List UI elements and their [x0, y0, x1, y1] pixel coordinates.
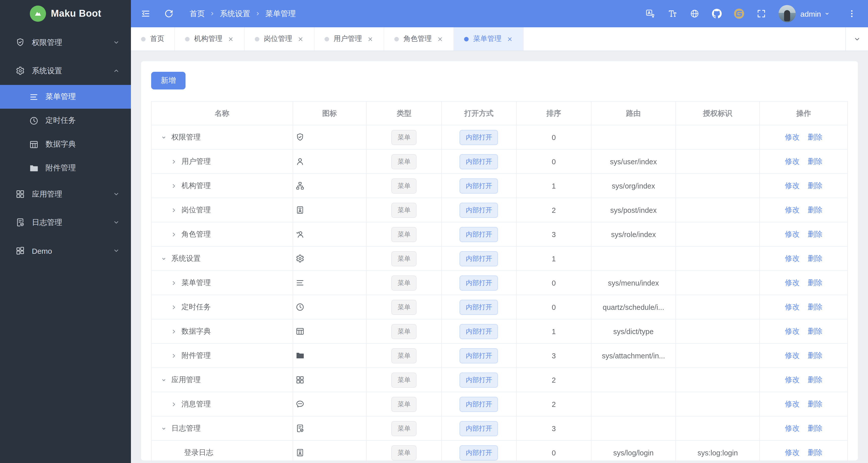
collapse-arrow-icon[interactable]: [160, 376, 167, 383]
type-tag: 菜单: [392, 251, 417, 266]
gitee-icon[interactable]: [728, 0, 750, 27]
tabs-more-chevron-icon[interactable]: [845, 27, 868, 51]
collapse-arrow-icon[interactable]: [160, 255, 167, 262]
content-card: 新增 名称图标类型打开方式排序路由授权标识操作 权限管理菜单内部打开0修改删除用…: [141, 61, 858, 460]
collapse-arrow-icon[interactable]: [160, 425, 167, 432]
sidebar-item-1[interactable]: 权限管理: [0, 28, 131, 57]
cell-name: 应用管理: [151, 368, 293, 392]
row-name: 菜单管理: [182, 278, 211, 288]
expand-arrow-icon[interactable]: [170, 304, 178, 311]
refresh-icon[interactable]: [157, 0, 181, 27]
expand-arrow-icon[interactable]: [170, 401, 178, 408]
edit-link[interactable]: 修改: [785, 181, 800, 189]
fontsize-icon[interactable]: [661, 0, 683, 27]
cell-type: 菜单: [367, 174, 442, 198]
tab-岗位管理[interactable]: 岗位管理: [245, 27, 314, 51]
delete-link[interactable]: 删除: [808, 181, 822, 189]
cell-open-mode: 内部打开: [442, 392, 516, 416]
shield-icon: [15, 37, 25, 48]
name-wrap: 数据字典: [152, 327, 292, 336]
more-kebab-icon[interactable]: [841, 0, 863, 27]
breadcrumb-item[interactable]: 系统设置: [220, 9, 250, 19]
expand-arrow-icon[interactable]: [170, 279, 178, 286]
tab-机构管理[interactable]: 机构管理: [175, 27, 245, 51]
edit-link[interactable]: 修改: [785, 375, 800, 383]
avatar[interactable]: [778, 5, 796, 22]
delete-link[interactable]: 删除: [808, 133, 822, 141]
expand-arrow-icon[interactable]: [170, 207, 178, 214]
sidebar-item-2[interactable]: 系统设置: [0, 57, 131, 85]
cell-route: [591, 392, 675, 416]
delete-link[interactable]: 删除: [808, 278, 822, 286]
name-wrap: 消息管理: [152, 399, 292, 409]
tab-close-icon[interactable]: [297, 36, 304, 42]
fullscreen-icon[interactable]: [750, 0, 772, 27]
delete-link[interactable]: 删除: [808, 375, 822, 383]
tab-菜单管理[interactable]: 菜单管理: [454, 27, 524, 51]
collapse-arrow-icon[interactable]: [160, 134, 167, 141]
tab-close-icon[interactable]: [367, 36, 374, 42]
cell-type: 菜单: [367, 368, 442, 392]
folder-icon: [29, 163, 39, 173]
edit-link[interactable]: 修改: [785, 448, 800, 456]
tab-用户管理[interactable]: 用户管理: [314, 27, 384, 51]
delete-link[interactable]: 删除: [808, 424, 822, 432]
open-mode-tag: 内部打开: [460, 154, 498, 169]
sidebar-item-4[interactable]: 日志管理: [0, 208, 131, 237]
tab-close-icon[interactable]: [506, 36, 513, 42]
breadcrumb-item[interactable]: 首页: [190, 9, 205, 19]
edit-link[interactable]: 修改: [785, 303, 800, 311]
tab-close-icon[interactable]: [437, 36, 443, 42]
expand-arrow-icon[interactable]: [170, 328, 178, 335]
add-button[interactable]: 新增: [151, 72, 186, 90]
cell-route: sys/post/index: [591, 198, 675, 222]
sidebar-subitem-数据字典[interactable]: 数据字典: [0, 132, 131, 156]
grid-icon: [295, 375, 305, 385]
sidebar-fold-icon[interactable]: [134, 0, 157, 27]
edit-link[interactable]: 修改: [785, 400, 800, 408]
navbar-actions: admin: [639, 0, 863, 27]
sidebar-item-3[interactable]: 应用管理: [0, 180, 131, 208]
row-name: 应用管理: [172, 375, 201, 385]
sidebar-subitem-附件管理[interactable]: 附件管理: [0, 156, 131, 180]
sidebar-item-5[interactable]: Demo: [0, 237, 131, 265]
delete-link[interactable]: 删除: [808, 254, 822, 262]
tab-close-icon[interactable]: [227, 36, 234, 42]
edit-link[interactable]: 修改: [785, 327, 800, 335]
delete-link[interactable]: 删除: [808, 351, 822, 359]
breadcrumb-item: 菜单管理: [266, 9, 296, 19]
delete-link[interactable]: 删除: [808, 230, 822, 238]
cell-name: 岗位管理: [151, 198, 293, 222]
edit-link[interactable]: 修改: [785, 254, 800, 262]
delete-link[interactable]: 删除: [808, 327, 822, 335]
edit-link[interactable]: 修改: [785, 424, 800, 432]
delete-link[interactable]: 删除: [808, 303, 822, 311]
delete-link[interactable]: 删除: [808, 448, 822, 456]
expand-arrow-icon[interactable]: [170, 182, 178, 189]
sidebar-subitem-菜单管理[interactable]: 菜单管理: [0, 85, 131, 109]
edit-link[interactable]: 修改: [785, 133, 800, 141]
delete-link[interactable]: 删除: [808, 206, 822, 214]
tab-角色管理[interactable]: 角色管理: [384, 27, 454, 51]
edit-link[interactable]: 修改: [785, 278, 800, 286]
github-icon[interactable]: [706, 0, 728, 27]
expand-arrow-icon[interactable]: [170, 352, 178, 359]
cell-route: [591, 125, 675, 149]
sidebar-subitem-定时任务[interactable]: 定时任务: [0, 109, 131, 132]
edit-link[interactable]: 修改: [785, 157, 800, 165]
user-caret-down-icon[interactable]: [824, 10, 831, 17]
edit-link[interactable]: 修改: [785, 230, 800, 238]
cell-type: 菜单: [367, 343, 442, 368]
edit-link[interactable]: 修改: [785, 206, 800, 214]
expand-arrow-icon[interactable]: [170, 231, 178, 238]
username[interactable]: admin: [800, 9, 821, 18]
globe-icon[interactable]: [683, 0, 706, 27]
delete-link[interactable]: 删除: [808, 400, 822, 408]
edit-link[interactable]: 修改: [785, 351, 800, 359]
tab-首页[interactable]: 首页: [131, 27, 175, 51]
translate-icon[interactable]: [639, 0, 661, 27]
cell-name: 数据字典: [151, 319, 293, 343]
table-row: 定时任务菜单内部打开0quartz/schedule/i...修改删除: [151, 295, 847, 319]
expand-arrow-icon[interactable]: [170, 158, 178, 165]
delete-link[interactable]: 删除: [808, 157, 822, 165]
